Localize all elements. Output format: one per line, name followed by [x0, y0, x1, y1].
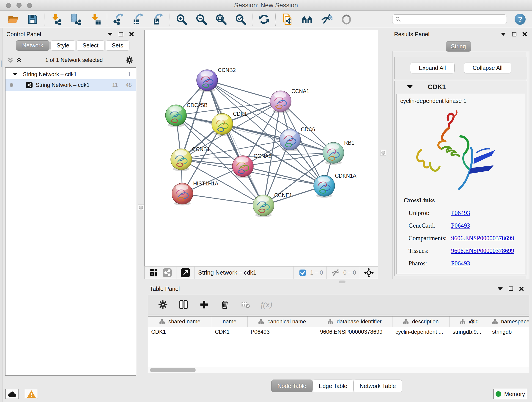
add-column-icon[interactable] — [199, 299, 209, 310]
close-panel-icon[interactable] — [129, 32, 134, 36]
close-window-button[interactable] — [6, 3, 11, 8]
zoom-in-icon[interactable] — [175, 13, 188, 26]
zoom-selected-icon[interactable] — [234, 13, 247, 26]
tab-select[interactable]: Select — [76, 40, 104, 51]
panel-menu-icon[interactable] — [498, 287, 503, 290]
help-button[interactable]: ? — [515, 14, 526, 25]
node-CDKN1A[interactable] — [314, 175, 335, 198]
float-panel-icon[interactable] — [119, 32, 123, 36]
memory-button[interactable]: Memory — [493, 389, 527, 399]
network-canvas[interactable]: CCNB2CCNA1CDC25BCDK1CDC6RB1CCNB1CCNA2CDK… — [145, 30, 378, 266]
table-cell[interactable]: 9606.ENSP00000378699 — [317, 327, 392, 337]
node-CCNE1[interactable] — [253, 195, 274, 217]
zoom-out-icon[interactable] — [195, 13, 208, 26]
crosslink-link[interactable]: P06493 — [451, 222, 470, 229]
share-network-icon[interactable] — [162, 268, 172, 278]
table-cell[interactable]: CDK1 — [212, 327, 247, 337]
entry-expander-icon[interactable] — [407, 85, 413, 89]
float-panel-icon[interactable] — [509, 287, 513, 291]
import-network-from-database-icon[interactable] — [69, 13, 82, 26]
hidden-eye-slash-icon[interactable] — [330, 268, 341, 278]
crosslink-link[interactable]: 9606.ENSP00000378699 — [451, 247, 514, 254]
hide-selected-icon[interactable] — [320, 13, 333, 26]
collapse-all-button[interactable]: Collapse All — [464, 63, 511, 73]
node-CCNB1[interactable] — [171, 149, 192, 171]
import-table-from-file-icon[interactable] — [89, 13, 102, 26]
expand-all-button[interactable]: Expand All — [410, 63, 455, 73]
grid-view-icon[interactable] — [148, 268, 159, 278]
table-cell[interactable]: stringdb:9... — [449, 327, 489, 337]
column-header-canonical-name[interactable]: canonical name — [247, 317, 317, 327]
scrollbar-thumb[interactable] — [150, 368, 196, 372]
table-options-gear-icon[interactable] — [158, 299, 168, 310]
crosslink-link[interactable]: P06493 — [451, 260, 470, 267]
node-table[interactable]: shared namenamecanonical namedatabase id… — [148, 316, 529, 373]
network-collection-row[interactable]: String Network – cdk1 1 — [6, 69, 136, 79]
clone-network-icon[interactable] — [281, 13, 294, 26]
panel-menu-icon[interactable] — [501, 33, 506, 36]
show-columns-icon[interactable] — [178, 299, 189, 310]
tab-style[interactable]: Style — [51, 40, 76, 51]
tab-network-table[interactable]: Network Table — [354, 380, 402, 392]
close-panel-icon[interactable] — [519, 287, 524, 291]
show-all-icon[interactable] — [340, 13, 353, 26]
cloud-status-button[interactable] — [5, 389, 19, 399]
selected-checkbox-icon[interactable] — [298, 268, 308, 278]
import-network-from-file-icon[interactable] — [50, 13, 62, 26]
float-panel-icon[interactable] — [512, 32, 516, 36]
network-view[interactable]: CCNB2CCNA1CDC25BCDK1CDC6RB1CCNB1CCNA2CDK… — [144, 30, 378, 266]
table-cell[interactable]: stringdb — [489, 327, 529, 337]
column-header-name[interactable]: name — [212, 317, 247, 327]
maximize-window-button[interactable] — [27, 3, 32, 8]
node-RB1[interactable] — [323, 142, 344, 165]
column-header-@id[interactable]: @id — [449, 317, 489, 327]
network-options-gear-icon[interactable] — [126, 56, 133, 64]
gene-entry-header[interactable]: CDK1 — [394, 81, 527, 93]
column-header-namespace[interactable]: namespace — [489, 317, 529, 327]
tab-sets[interactable]: Sets — [106, 40, 129, 51]
node-CDK1[interactable] — [212, 114, 233, 136]
tab-string[interactable]: String — [446, 41, 471, 51]
node-CCNA2[interactable] — [232, 156, 253, 178]
node-HIST1H1A[interactable] — [172, 183, 193, 205]
save-session-icon[interactable] — [26, 13, 39, 26]
table-cell[interactable]: cyclin-dependent ... — [392, 327, 449, 337]
search-input[interactable] — [392, 14, 507, 24]
crosslink-link[interactable]: 9606.ENSP00000378699 — [451, 235, 514, 242]
panel-menu-icon[interactable] — [108, 33, 113, 36]
close-panel-icon[interactable] — [522, 32, 527, 36]
pan-crosshair-icon[interactable] — [364, 268, 374, 278]
birdseye-view-icon[interactable] — [301, 13, 313, 26]
warning-status-button[interactable] — [25, 389, 38, 399]
tab-edge-table[interactable]: Edge Table — [312, 380, 354, 392]
splitter-collapse-left-handle[interactable] — [138, 204, 144, 211]
column-header-shared-name[interactable]: shared name — [148, 317, 212, 327]
tab-node-table[interactable]: Node Table — [271, 380, 312, 392]
network-row-selected[interactable]: String Network – cdk1 11 48 — [6, 79, 136, 91]
collection-expander-icon[interactable] — [13, 73, 17, 76]
node-CCNA1[interactable] — [270, 91, 291, 113]
delete-column-trash-icon[interactable] — [220, 299, 230, 310]
column-header-description[interactable]: description — [392, 317, 449, 327]
export-table-to-file-icon[interactable] — [132, 13, 145, 26]
node-table-grid[interactable]: shared namenamecanonical namedatabase id… — [148, 317, 529, 337]
export-network-to-file-icon[interactable] — [112, 13, 125, 26]
table-horizontal-scrollbar[interactable] — [148, 367, 529, 373]
update-network-icon[interactable] — [258, 13, 270, 26]
node-CDC25B[interactable] — [165, 105, 186, 127]
column-header-database-identifier[interactable]: database identifier — [317, 317, 392, 327]
splitter-collapse-right-handle[interactable] — [380, 150, 386, 156]
edge-HIST1H1A-CCNE1[interactable] — [182, 194, 264, 205]
splitter-horizontal-handle[interactable] — [339, 281, 346, 283]
edge-CCNB2-CCNE1[interactable] — [207, 80, 264, 205]
delete-table-icon[interactable] — [240, 299, 251, 310]
crosslink-link[interactable]: P06493 — [451, 210, 470, 217]
tab-network[interactable]: Network — [16, 40, 50, 51]
table-row[interactable]: CDK1CDK1P064939606.ENSP00000378699cyclin… — [148, 327, 529, 337]
collapse-all-icon[interactable] — [7, 56, 14, 64]
minimize-window-button[interactable] — [17, 3, 22, 8]
open-in-window-icon[interactable] — [180, 268, 191, 278]
table-cell[interactable]: CDK1 — [148, 327, 212, 337]
expand-all-icon[interactable] — [16, 56, 22, 64]
table-cell[interactable]: P06493 — [247, 327, 317, 337]
